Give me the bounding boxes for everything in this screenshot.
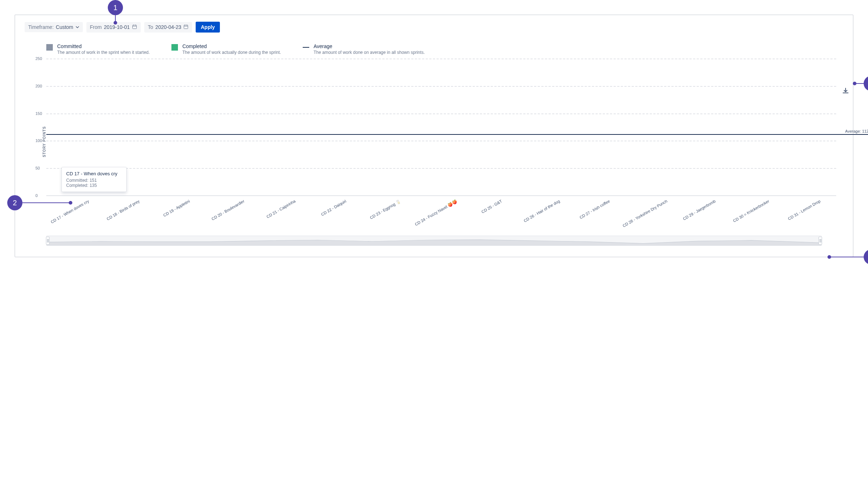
x-tick-label: CD 21 - Caipirinha: [265, 199, 296, 219]
x-tick-label: CD 26 - Hair of the dog: [523, 199, 561, 223]
y-tick-label: 250: [35, 56, 42, 61]
tooltip-row: Completed: 135: [66, 183, 122, 188]
average-line: [46, 134, 868, 135]
y-tick-label: 0: [35, 193, 38, 198]
tooltip-row: Committed: 151: [66, 178, 122, 183]
line-swatch-icon: [303, 44, 309, 51]
scrubber-handle-left[interactable]: [46, 237, 50, 245]
annotation-line: [830, 257, 864, 257]
x-tick-label: CD 27 - Irish coffee: [579, 199, 611, 220]
report-toolbar: Timeframe: Custom From 2019-10-01 To 202…: [25, 22, 843, 33]
velocity-report-panel: Timeframe: Custom From 2019-10-01 To 202…: [14, 14, 854, 257]
chart-plot-area[interactable]: Average: 112 050100150200250: [46, 59, 836, 196]
legend-item-average: Average The amount of work done on avera…: [303, 43, 425, 55]
svg-rect-0: [132, 25, 136, 29]
velocity-chart: STORY POINTS Average: 112 05010015020025…: [46, 59, 836, 225]
chart-legend: Committed The amount of work in the spri…: [46, 43, 843, 55]
y-tick-label: 150: [35, 111, 42, 116]
annotation-badge-1: 1: [108, 0, 123, 15]
legend-description: The amount of work in the sprint when it…: [57, 50, 150, 55]
legend-item-committed: Committed The amount of work in the spri…: [46, 43, 150, 55]
svg-rect-4: [184, 25, 188, 29]
annotation-dot: [853, 82, 856, 85]
chart-tooltip: CD 17 - When doves cry Committed: 151 Co…: [61, 167, 127, 192]
annotation-dot: [827, 255, 831, 259]
y-tick-label: 200: [35, 84, 42, 88]
chart-range-scrubber[interactable]: [46, 236, 822, 246]
x-tick-label: CD 18 - Birds of prey: [106, 199, 140, 221]
calendar-icon: [183, 24, 188, 30]
x-tick-label: CD 19 - Appletini: [162, 199, 190, 218]
x-tick-label: CD 20 - Boulevardier: [211, 199, 245, 221]
swatch-icon: [171, 44, 178, 51]
legend-label: Completed: [182, 43, 281, 49]
annotation-badge-3: 3: [864, 76, 868, 91]
y-tick-label: 50: [35, 166, 40, 170]
x-tick-label: CD 22 - Daiquiri: [320, 199, 347, 217]
tooltip-title: CD 17 - When doves cry: [66, 171, 122, 176]
x-tick-label: CD 24 - Fuzzy Navel 🍑🍑: [414, 199, 458, 227]
x-axis-labels: CD 17 - When doves cryCD 18 - Birds of p…: [46, 196, 836, 225]
legend-description: The amount of work done on average in al…: [314, 50, 425, 55]
download-icon[interactable]: [842, 87, 849, 96]
legend-label: Average: [314, 43, 425, 49]
x-tick-label: CD 23 - Eggnog 🥛: [369, 199, 402, 220]
chevron-down-icon: [76, 24, 79, 30]
legend-item-completed: Completed The amount of work actually do…: [171, 43, 281, 55]
annotation-dot: [114, 21, 117, 25]
legend-description: The amount of work actually done during …: [182, 50, 281, 55]
to-date-input[interactable]: To 2020-04-23: [144, 22, 192, 33]
x-tick-label: CD 25 - G&T: [481, 199, 503, 214]
legend-label: Committed: [57, 43, 150, 49]
average-line-label: Average: 112: [845, 129, 868, 133]
annotation-line: [22, 202, 69, 203]
x-tick-label: CD 30 = Knickerbocker: [732, 199, 770, 223]
apply-button[interactable]: Apply: [196, 22, 220, 33]
x-tick-label: CD 31 - Lemon Drop: [787, 199, 821, 221]
timeframe-dropdown[interactable]: Timeframe: Custom: [25, 22, 83, 32]
annotation-badge-2: 2: [7, 195, 22, 210]
y-axis-label: STORY POINTS: [42, 126, 46, 157]
x-tick-label: CD 28 - Yorkshire Dry Punch: [622, 199, 668, 228]
calendar-icon: [132, 24, 137, 30]
annotation-badge-4: 4: [864, 249, 868, 265]
scrubber-handle-right[interactable]: [818, 237, 822, 245]
x-tick-label: CD 29 - Jaegerbomb: [682, 199, 716, 221]
annotation-dot: [69, 201, 72, 205]
annotation-line: [115, 14, 116, 22]
y-tick-label: 100: [35, 138, 42, 143]
swatch-icon: [46, 44, 53, 51]
